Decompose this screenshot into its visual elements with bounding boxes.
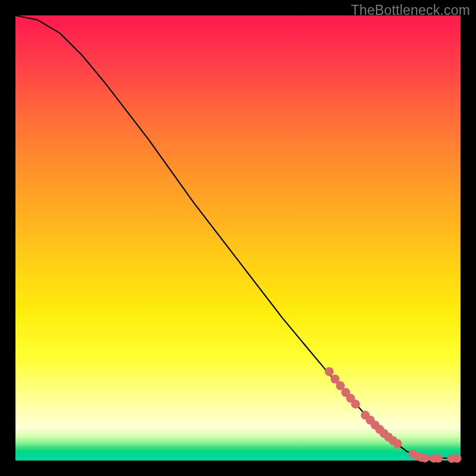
chart-frame: TheBottleneck.com [0, 0, 476, 476]
chart-svg [15, 15, 461, 461]
bottleneck-curve [15, 15, 461, 458]
data-marker [351, 400, 360, 409]
data-marker [421, 453, 430, 462]
watermark-text: TheBottleneck.com [351, 2, 470, 18]
data-marker [393, 439, 402, 448]
marker-group [325, 367, 462, 463]
data-marker [325, 367, 334, 376]
data-marker [453, 454, 462, 463]
plot-area [15, 15, 461, 461]
data-marker [434, 453, 443, 462]
